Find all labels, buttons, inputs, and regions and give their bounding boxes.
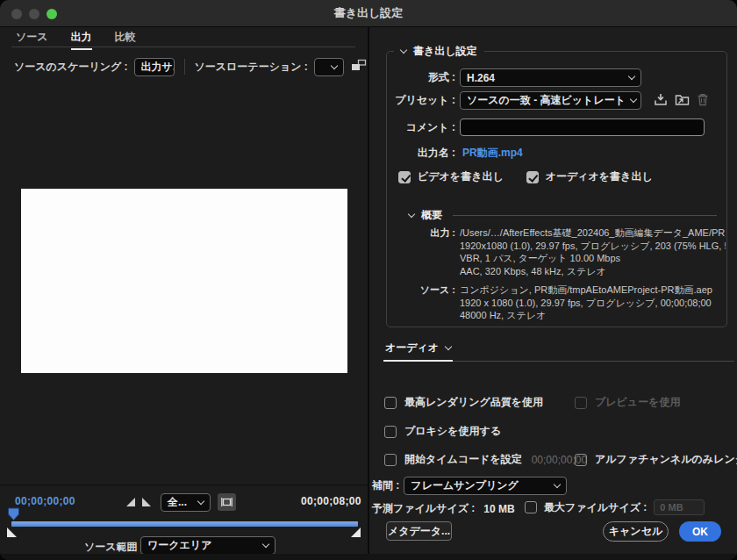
format-value: H.264 bbox=[467, 72, 495, 84]
comment-row: コメント : bbox=[387, 118, 705, 136]
start-timecode-row: 開始タイムコードを設定 00;00;00;00 アルファチャンネルのみレンダリン bbox=[384, 452, 587, 467]
use-proxies-label: プロキシを使用する bbox=[404, 424, 501, 439]
export-video-checkbox[interactable] bbox=[398, 171, 411, 183]
start-timecode-checkbox[interactable] bbox=[384, 454, 397, 466]
range-start-handle[interactable] bbox=[6, 528, 17, 540]
preset-select[interactable]: ソースの一致 - 高速ビットレート bbox=[460, 91, 641, 110]
source-scaling-select[interactable]: 出力サ... bbox=[134, 58, 175, 76]
estimated-size-row: 予測ファイルサイズ : 10 MB bbox=[372, 501, 515, 516]
tab-audio[interactable]: オーディオ bbox=[383, 341, 453, 362]
max-size-input bbox=[654, 499, 705, 515]
interpolation-label: 補間 : bbox=[372, 478, 399, 493]
use-previews-group: プレビューを使用 bbox=[575, 395, 680, 410]
render-quality-row: 最高レンダリング品質を使用 プレビューを使用 bbox=[384, 395, 543, 410]
chevron-down-icon bbox=[628, 73, 635, 80]
minimize-icon[interactable] bbox=[29, 9, 39, 19]
output-name-row: 出力名 : PR動画.mp4 bbox=[387, 146, 523, 161]
preset-label: プリセット : bbox=[387, 93, 455, 108]
interpolation-select[interactable]: フレームサンプリング bbox=[404, 477, 567, 495]
transport-divider bbox=[0, 485, 368, 485]
export-audio-checkbox[interactable] bbox=[526, 171, 539, 183]
export-settings-title: 書き出し設定 bbox=[413, 44, 477, 59]
use-proxies-checkbox[interactable] bbox=[384, 426, 397, 438]
chevron-down-icon bbox=[262, 541, 269, 548]
export-settings-dialog: 書き出し設定 ソース 出力 比較 ソースのスケーリング : 出力サ... ソース… bbox=[0, 0, 737, 560]
timeline-scrubber[interactable] bbox=[11, 521, 358, 527]
current-timecode[interactable]: 00;00;00;00 bbox=[15, 495, 75, 507]
chevron-down-icon bbox=[331, 61, 338, 68]
set-in-icon[interactable] bbox=[125, 497, 136, 510]
preset-row: プリセット : ソースの一致 - 高速ビットレート bbox=[387, 91, 709, 110]
preview-frame bbox=[21, 189, 347, 373]
ok-button[interactable]: OK bbox=[679, 521, 721, 542]
alpha-only-checkbox[interactable] bbox=[575, 454, 587, 466]
audio-tab-divider bbox=[453, 361, 734, 362]
format-select[interactable]: H.264 bbox=[460, 68, 641, 87]
estimated-size-label: 予測ファイルサイズ : bbox=[372, 501, 475, 516]
fit-button[interactable] bbox=[218, 493, 236, 511]
source-scaling-label: ソースのスケーリング : bbox=[14, 60, 128, 75]
fit-icon bbox=[221, 497, 233, 507]
interpolation-value: フレームサンプリング bbox=[411, 478, 519, 493]
source-summary: ソース : コンポジション, PR動画/tmpAEtoAMEProject-PR… bbox=[387, 284, 726, 322]
use-previews-checkbox bbox=[575, 397, 587, 409]
save-preset-icon[interactable] bbox=[654, 93, 668, 109]
source-range-label: ソース範囲 : bbox=[84, 540, 144, 555]
settings-panel: 書き出し設定 形式 : H.264 プリセット : ソースの一致 - 高速ビット… bbox=[369, 27, 737, 560]
max-size-label: 最大ファイルサイズ : bbox=[544, 500, 647, 515]
source-range-value: ワークエリア bbox=[147, 538, 211, 553]
tabs-divider bbox=[11, 47, 355, 47]
chevron-down-icon bbox=[408, 211, 415, 218]
alpha-only-label: アルファチャンネルのみレンダリン bbox=[595, 452, 737, 467]
metadata-button[interactable]: メタデータ... bbox=[386, 521, 452, 541]
export-settings-header[interactable]: 書き出し設定 bbox=[394, 44, 484, 59]
estimated-size-value: 10 MB bbox=[483, 503, 514, 515]
output-summary: 出力 : /Users/…/AfterEffects基礎_202406_動画編集… bbox=[387, 226, 726, 277]
source-rotation-select[interactable] bbox=[314, 58, 344, 76]
window-bottom-edge bbox=[0, 554, 737, 560]
output-summary-text: /Users/…/AfterEffects基礎_202406_動画編集データ_A… bbox=[460, 226, 726, 277]
duration-timecode: 00;00;08;00 bbox=[301, 495, 361, 507]
alpha-only-group: アルファチャンネルのみレンダリン bbox=[575, 452, 737, 467]
close-icon[interactable] bbox=[11, 9, 22, 19]
chevron-down-icon bbox=[554, 481, 561, 488]
chevron-down-icon bbox=[197, 498, 204, 505]
export-audio-label: オーディオを書き出し bbox=[546, 169, 653, 184]
proxies-row: プロキシを使用する bbox=[384, 424, 501, 439]
comment-label: コメント : bbox=[387, 120, 455, 135]
range-end-handle[interactable] bbox=[351, 528, 361, 540]
scale-icon bbox=[350, 59, 367, 75]
use-previews-label: プレビューを使用 bbox=[595, 395, 680, 410]
output-summary-label: 出力 : bbox=[387, 226, 455, 277]
import-preset-icon[interactable] bbox=[675, 93, 690, 109]
source-controls: ソースのスケーリング : 出力サ... ソースローテーション : bbox=[14, 56, 367, 77]
max-quality-label: 最高レンダリング品質を使用 bbox=[404, 395, 543, 410]
cancel-button[interactable]: キャンセル bbox=[603, 521, 669, 542]
zoom-icon[interactable] bbox=[47, 9, 57, 19]
format-row: 形式 : H.264 bbox=[387, 68, 641, 87]
interpolation-row: 補間 : フレームサンプリング bbox=[372, 477, 567, 495]
preset-value: ソースの一致 - 高速ビットレート bbox=[467, 93, 626, 108]
chevron-down-icon bbox=[630, 96, 637, 103]
summary-header[interactable]: 概要 bbox=[409, 208, 717, 223]
output-name-label: 出力名 : bbox=[387, 146, 455, 161]
max-size-group: 最大ファイルサイズ : bbox=[525, 499, 705, 515]
chevron-down-icon bbox=[445, 343, 452, 350]
titlebar: 書き出し設定 bbox=[0, 0, 737, 27]
page-title: 書き出し設定 bbox=[334, 5, 404, 21]
max-quality-checkbox[interactable] bbox=[384, 397, 397, 409]
source-range-select[interactable]: ワークエリア bbox=[140, 536, 275, 555]
export-video-label: ビデオを書き出し bbox=[418, 169, 504, 184]
max-size-checkbox[interactable] bbox=[525, 501, 537, 513]
summary-title: 概要 bbox=[421, 208, 442, 223]
export-settings-group: 書き出し設定 形式 : H.264 プリセット : ソースの一致 - 高速ビット… bbox=[386, 51, 727, 327]
output-name-link[interactable]: PR動画.mp4 bbox=[462, 146, 523, 161]
comment-input[interactable] bbox=[460, 118, 705, 136]
window-controls bbox=[11, 9, 57, 19]
set-out-icon[interactable] bbox=[141, 497, 152, 510]
source-scaling-value: 出力サ... bbox=[141, 60, 175, 75]
export-toggles: ビデオを書き出し オーディオを書き出し bbox=[398, 169, 653, 184]
preview-zoom-select[interactable]: 全... bbox=[161, 493, 211, 512]
chevron-down-icon bbox=[400, 47, 407, 54]
preview-zoom-value: 全... bbox=[168, 495, 187, 510]
